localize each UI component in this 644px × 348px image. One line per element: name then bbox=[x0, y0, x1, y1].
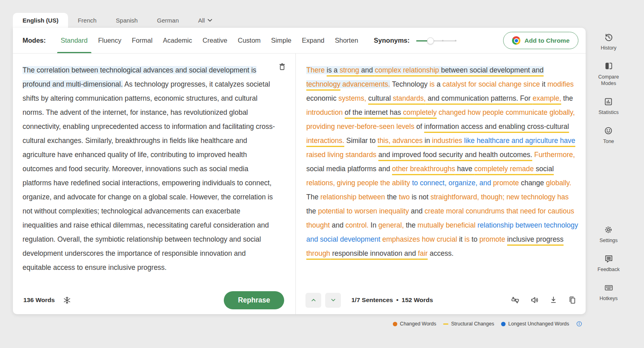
output-word[interactable]: to bbox=[470, 235, 479, 243]
changed-word[interactable]: is bbox=[464, 235, 470, 243]
output-word[interactable]: the bbox=[306, 207, 318, 215]
output-word[interactable]: cultural bbox=[368, 94, 393, 102]
sidebar-item-history[interactable]: History bbox=[601, 32, 617, 51]
feedback-thumbs-icon[interactable] bbox=[510, 295, 520, 305]
output-word[interactable]: of the internet has bbox=[345, 108, 403, 116]
output-word[interactable]: information access and enabling cross-cu… bbox=[424, 122, 569, 130]
changed-word[interactable]: relations, giving people the ability bbox=[306, 179, 412, 187]
tab-german[interactable]: German bbox=[147, 13, 188, 28]
changed-word[interactable]: completely remade bbox=[474, 165, 534, 173]
changed-word[interactable]: strong bbox=[340, 66, 359, 74]
output-word[interactable]: Technology bbox=[390, 80, 429, 88]
mode-expand[interactable]: Expand bbox=[297, 28, 330, 53]
changed-word[interactable]: advancements. bbox=[341, 80, 390, 88]
output-word[interactable]: economic bbox=[306, 94, 339, 102]
output-word[interactable]: social bbox=[534, 165, 554, 173]
changed-word[interactable]: introduction bbox=[306, 108, 345, 116]
output-word[interactable]: and bbox=[330, 221, 345, 229]
sidebar-item-hotkeys[interactable]: Hotkeys bbox=[599, 283, 617, 302]
mode-shorten[interactable]: Shorten bbox=[330, 28, 363, 53]
changed-word[interactable]: other breakthroughs bbox=[392, 165, 455, 173]
changed-word[interactable]: industries bbox=[432, 137, 464, 145]
output-word[interactable]: in bbox=[423, 137, 432, 145]
sidebar-item-compare-modes[interactable]: Compare Modes bbox=[591, 61, 626, 87]
changed-word[interactable]: promote bbox=[479, 235, 505, 243]
output-word[interactable]: between social development and bbox=[439, 66, 544, 74]
tab-all[interactable]: All bbox=[188, 13, 222, 28]
output-word[interactable]: and communication patterns. bbox=[426, 94, 520, 102]
mode-fluency[interactable]: Fluency bbox=[93, 28, 127, 53]
output-word[interactable]: responsible innovation and bbox=[330, 249, 418, 257]
output-word[interactable]: it bbox=[457, 235, 464, 243]
sidebar-item-feedback[interactable]: Feedback bbox=[598, 254, 620, 273]
output-word[interactable]: the bbox=[561, 94, 573, 102]
changed-word[interactable]: is bbox=[429, 80, 435, 88]
output-word[interactable]: change bbox=[519, 179, 546, 187]
output-word[interactable]: a bbox=[435, 80, 442, 88]
output-word[interactable]: it bbox=[540, 80, 547, 88]
legend-info-icon[interactable] bbox=[576, 321, 582, 327]
tab-spanish[interactable]: Spanish bbox=[106, 13, 147, 28]
output-word[interactable]: have bbox=[455, 165, 475, 173]
changed-word[interactable]: relationship between bbox=[320, 193, 385, 201]
changed-word[interactable]: through bbox=[306, 249, 330, 257]
sidebar-item-settings[interactable]: Settings bbox=[599, 225, 617, 244]
changed-word[interactable]: There bbox=[306, 66, 327, 74]
output-word[interactable]: and improved food security and health ou… bbox=[378, 151, 532, 159]
output-word[interactable]: the bbox=[385, 193, 399, 201]
output-word[interactable]: is not bbox=[410, 193, 431, 201]
changed-word[interactable]: general, bbox=[378, 221, 404, 229]
changed-word[interactable]: catalyst for social change since bbox=[442, 80, 540, 88]
changed-word[interactable]: complex relationship bbox=[375, 66, 439, 74]
changed-word[interactable]: promote bbox=[493, 179, 519, 187]
longest-unchanged-word[interactable]: like healthcare and agriculture have bbox=[464, 137, 575, 145]
changed-word[interactable]: standards, bbox=[393, 94, 426, 102]
mode-custom[interactable]: Custom bbox=[233, 28, 266, 53]
longest-unchanged-word[interactable]: to connect, organize, and bbox=[412, 179, 491, 187]
output-word[interactable]: inclusive progress bbox=[507, 235, 564, 243]
changed-word[interactable]: example, bbox=[533, 94, 561, 102]
tab-english-us[interactable]: English (US) bbox=[13, 13, 68, 28]
changed-word[interactable]: technology bbox=[306, 80, 341, 88]
changed-word[interactable]: Furthermore, bbox=[534, 151, 575, 159]
mode-creative[interactable]: Creative bbox=[197, 28, 232, 53]
rephrase-button[interactable]: Rephrase bbox=[224, 291, 284, 309]
changed-word[interactable]: this, advances bbox=[378, 137, 423, 145]
changed-word[interactable]: straightforward, though; new technology … bbox=[430, 193, 568, 201]
delete-text-icon[interactable] bbox=[278, 62, 287, 71]
freeze-words-icon[interactable] bbox=[63, 296, 71, 304]
changed-word[interactable]: modifies bbox=[547, 80, 574, 88]
copy-icon[interactable] bbox=[568, 296, 577, 304]
changed-word[interactable]: completely bbox=[403, 108, 437, 116]
changed-word[interactable]: raised living standards bbox=[306, 151, 376, 159]
changed-word[interactable]: globally. bbox=[546, 179, 571, 187]
read-aloud-icon[interactable] bbox=[530, 296, 539, 304]
changed-word[interactable]: two bbox=[399, 193, 410, 201]
changed-word[interactable]: fair bbox=[418, 249, 427, 257]
output-word[interactable]: and bbox=[359, 66, 375, 74]
output-word[interactable]: access. bbox=[428, 249, 454, 257]
input-text[interactable]: The correlation between technological ad… bbox=[23, 63, 275, 275]
output-word[interactable]: the bbox=[404, 221, 417, 229]
synonyms-slider[interactable] bbox=[416, 37, 456, 44]
mode-formal[interactable]: Formal bbox=[127, 28, 158, 53]
output-word[interactable]: and bbox=[409, 207, 425, 215]
slider-thumb[interactable] bbox=[427, 37, 434, 44]
output-word[interactable]: Similar to bbox=[344, 137, 378, 145]
previous-sentence-button[interactable] bbox=[305, 293, 321, 308]
mode-standard[interactable]: Standard bbox=[56, 28, 93, 53]
input-body-text[interactable]: As technology progresses, it catalyzes s… bbox=[23, 80, 275, 271]
output-word[interactable]: social media platforms and bbox=[306, 165, 392, 173]
output-word[interactable]: of bbox=[414, 122, 424, 130]
changed-word[interactable]: potential to worsen inequality bbox=[318, 207, 409, 215]
changed-word[interactable]: interactions. bbox=[306, 137, 344, 145]
output-word[interactable]: is a bbox=[327, 66, 340, 74]
add-to-chrome-button[interactable]: Add to Chrome bbox=[503, 32, 578, 49]
mode-academic[interactable]: Academic bbox=[158, 28, 197, 53]
sidebar-item-tone[interactable]: Tone bbox=[603, 126, 614, 145]
tab-french[interactable]: French bbox=[68, 13, 106, 28]
changed-word[interactable]: mutually beneficial bbox=[417, 221, 475, 229]
next-sentence-button[interactable] bbox=[325, 293, 341, 308]
output-word[interactable]: For bbox=[520, 94, 533, 102]
changed-word[interactable]: control. bbox=[345, 221, 368, 229]
